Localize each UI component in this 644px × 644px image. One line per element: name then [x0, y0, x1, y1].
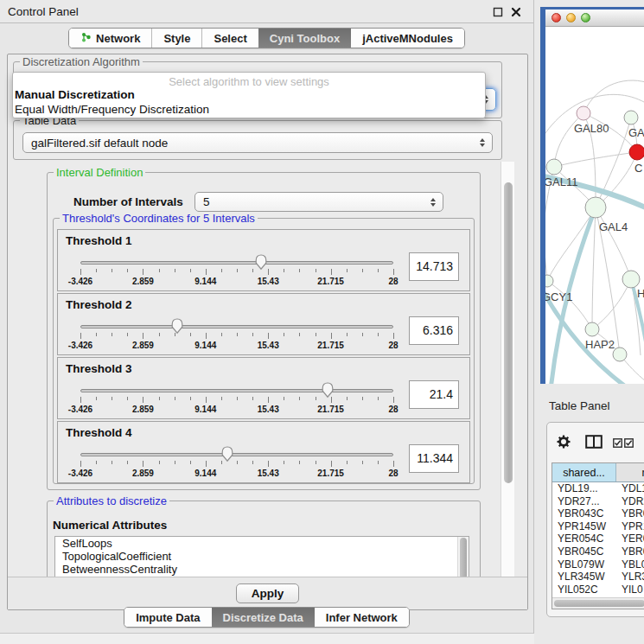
- table-cell: YIL0: [616, 583, 644, 596]
- tick-mark: [268, 333, 269, 339]
- network-node-c[interactable]: [629, 144, 644, 160]
- table-cell: YBR0: [616, 545, 644, 558]
- number-of-intervals-combobox[interactable]: 5: [194, 192, 443, 212]
- tab-select[interactable]: Select: [201, 29, 258, 48]
- table-row[interactable]: YPR145WYPR1: [552, 520, 644, 533]
- tick-label: -3.426: [68, 405, 92, 414]
- network-node-hap2[interactable]: [585, 322, 599, 336]
- table-row[interactable]: YLR345WYLR3: [552, 571, 644, 583]
- network-edge[interactable]: [545, 212, 547, 281]
- table-cell: YBR043C: [552, 507, 616, 520]
- float-window-icon[interactable]: [492, 6, 504, 18]
- tab-style[interactable]: Style: [151, 29, 201, 48]
- slider-thumb[interactable]: [220, 445, 234, 462]
- threshold-value-field[interactable]: 14.713: [409, 252, 459, 281]
- tick-mark: [252, 397, 253, 400]
- network-node-ga[interactable]: [624, 111, 638, 124]
- attributes-list-scrollbar[interactable]: [457, 537, 469, 580]
- tick-label: 21.715: [317, 469, 344, 478]
- minimize-traffic-light-icon[interactable]: [566, 13, 576, 22]
- network-node-h[interactable]: [622, 271, 640, 288]
- tick-label: 21.715: [317, 277, 344, 286]
- tick-label: 15.43: [258, 277, 279, 286]
- slider-thumb[interactable]: [254, 253, 268, 271]
- cyni-toolbox-panel: Discretization Algorithm Select algorith…: [7, 54, 528, 610]
- tab-cyni-toolbox[interactable]: Cyni Toolbox: [258, 29, 351, 48]
- tick-mark: [237, 333, 238, 336]
- table-row[interactable]: YBL079WYBL0: [552, 558, 644, 571]
- tick-mark: [159, 333, 160, 336]
- table-panel-title: Table Panel: [549, 399, 610, 412]
- tab-infer-network[interactable]: Infer Network: [315, 608, 409, 627]
- tick-mark: [347, 397, 348, 400]
- slider-track[interactable]: [80, 389, 393, 392]
- threshold-value-field[interactable]: 11.344: [409, 444, 459, 473]
- slider-tick-labels: -3.4262.8599.14415.4321.71528: [80, 405, 393, 415]
- network-edge[interactable]: [583, 80, 644, 113]
- close-icon[interactable]: [510, 6, 522, 18]
- network-node-gal4[interactable]: [585, 197, 606, 218]
- table-row[interactable]: YBR045CYBR0: [552, 545, 644, 558]
- attribute-list-item[interactable]: BetweennessCentrality: [55, 563, 469, 576]
- table-horizontal-scrollbar-thumb[interactable]: [554, 600, 644, 607]
- tick-label: 2.859: [132, 277, 154, 286]
- tick-label: 9.144: [194, 469, 216, 478]
- tick-mark: [190, 461, 191, 464]
- tick-mark: [316, 269, 316, 272]
- table-header-row: shared... na: [552, 463, 644, 482]
- tab-impute-data[interactable]: Impute Data: [124, 608, 211, 627]
- network-canvas[interactable]: GAL80GACGAL11GAL4GCY1HHAP2: [545, 27, 644, 385]
- slider-thumb[interactable]: [170, 317, 184, 335]
- apply-button[interactable]: Apply: [236, 583, 300, 603]
- table-data-combobox[interactable]: galFiltered.sif default node: [22, 132, 493, 153]
- network-view-window[interactable]: GAL80GACGAL11GAL4GCY1HHAP2: [540, 7, 644, 392]
- table-panel-toolbar: [547, 423, 644, 461]
- slider-track[interactable]: [80, 261, 393, 265]
- attribute-list-item[interactable]: TopologicalCoefficient: [55, 550, 469, 563]
- zoom-traffic-light-icon[interactable]: [581, 13, 590, 22]
- network-edge[interactable]: [592, 207, 596, 329]
- network-node[interactable]: [613, 348, 627, 361]
- network-graph[interactable]: GAL80GACGAL11GAL4GCY1HHAP2: [545, 27, 644, 385]
- network-edge[interactable]: [592, 279, 631, 329]
- network-node-gal11[interactable]: [546, 159, 562, 175]
- tick-mark: [331, 333, 332, 339]
- table-horizontal-scrollbar[interactable]: [552, 597, 644, 609]
- tick-mark: [237, 461, 238, 464]
- vertical-scrollbar-thumb[interactable]: [504, 182, 513, 483]
- network-edge[interactable]: [596, 207, 631, 279]
- network-node-gal80[interactable]: [577, 106, 590, 120]
- columns-icon[interactable]: [585, 435, 603, 451]
- tab-network[interactable]: Network: [69, 29, 151, 48]
- threshold-value-field[interactable]: 6.316: [409, 316, 459, 345]
- threshold-panel-3: Threshold 3-3.4262.8599.14415.4321.71528…: [57, 357, 470, 419]
- checkbox-icon[interactable]: [613, 437, 622, 450]
- close-traffic-light-icon[interactable]: [552, 13, 561, 22]
- checkbox-icon[interactable]: [624, 437, 634, 450]
- tab-label: Infer Network: [326, 611, 398, 624]
- network-edge[interactable]: [554, 152, 637, 167]
- vertical-scrollbar[interactable]: [501, 162, 514, 580]
- tab-discretize-data[interactable]: Discretize Data: [212, 608, 315, 627]
- dropdown-option[interactable]: Equal Width/Frequency Discretization: [13, 102, 485, 117]
- tab-jactivemnodules[interactable]: jActiveMNodules: [351, 29, 464, 48]
- dropdown-option[interactable]: Manual Discretization: [13, 87, 485, 102]
- network-edge[interactable]: [547, 207, 596, 281]
- network-node-gcy1[interactable]: [545, 275, 553, 287]
- table-row[interactable]: YIL052CYIL0: [552, 583, 644, 596]
- table-row[interactable]: YER054CYER0: [552, 532, 644, 545]
- threshold-value-field[interactable]: 21.4: [409, 380, 459, 409]
- tick-label: 28: [388, 405, 398, 414]
- slider-track[interactable]: [80, 325, 393, 328]
- attributes-list[interactable]: SelfLoopsTopologicalCoefficientBetweenne…: [54, 536, 469, 580]
- column-header-name[interactable]: na: [616, 463, 644, 481]
- slider-track[interactable]: [80, 453, 393, 456]
- column-header-shared-name[interactable]: shared...: [552, 463, 616, 481]
- attribute-list-item[interactable]: SelfLoops: [55, 537, 469, 550]
- table-row[interactable]: YDR27...YDR2: [552, 495, 644, 508]
- table-row[interactable]: YBR043CYBR0: [552, 507, 644, 520]
- gear-icon[interactable]: [556, 434, 571, 452]
- combo-stepper-icon: [427, 198, 439, 207]
- table-row[interactable]: YDL19...YDL1: [552, 482, 644, 495]
- slider-thumb[interactable]: [321, 381, 335, 399]
